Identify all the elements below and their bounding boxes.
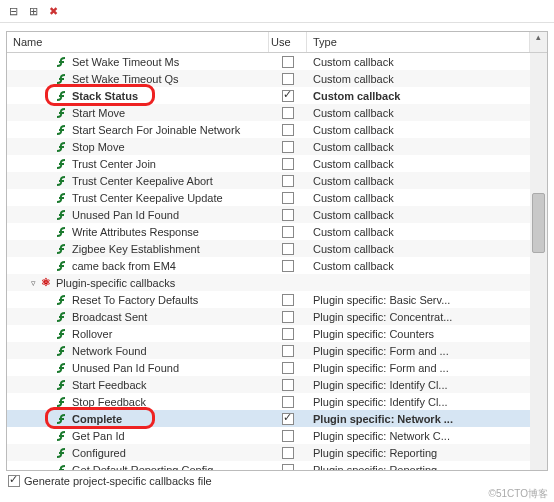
row-type: Plugin specific: Basic Serv... [307, 294, 529, 306]
table-row[interactable]: Stop MoveCustom callback [7, 138, 547, 155]
row-type: Plugin specific: Reporting [307, 464, 529, 471]
row-label: Write Attributes Response [72, 226, 199, 238]
collapse-all-button[interactable]: ⊟ [4, 2, 22, 20]
row-type: Plugin specific: Form and ... [307, 362, 529, 374]
remove-button[interactable]: ✖ [44, 2, 62, 20]
use-checkbox[interactable] [282, 141, 294, 153]
use-checkbox[interactable] [282, 345, 294, 357]
table-row[interactable]: Write Attributes ResponseCustom callback [7, 223, 547, 240]
row-label: Stop Feedback [72, 396, 146, 408]
table-row[interactable]: Stop FeedbackPlugin specific: Identify C… [7, 393, 547, 410]
use-checkbox[interactable] [282, 107, 294, 119]
function-icon [55, 310, 69, 324]
vertical-scrollbar[interactable] [530, 53, 547, 470]
table-row[interactable]: Stack StatusCustom callback [7, 87, 547, 104]
row-label: Get Default Reporting Config [72, 464, 213, 471]
table-row[interactable]: ConfiguredPlugin specific: Reporting [7, 444, 547, 461]
function-icon [55, 208, 69, 222]
table-row[interactable]: Trust Center JoinCustom callback [7, 155, 547, 172]
function-icon [55, 191, 69, 205]
use-checkbox[interactable] [282, 226, 294, 238]
watermark: ©51CTO博客 [489, 487, 548, 501]
table-row[interactable]: Unused Pan Id FoundPlugin specific: Form… [7, 359, 547, 376]
table-row[interactable]: RolloverPlugin specific: Counters [7, 325, 547, 342]
row-type: Custom callback [307, 73, 529, 85]
table-row[interactable]: Zigbee Key EstablishmentCustom callback [7, 240, 547, 257]
expand-all-button[interactable]: ⊞ [24, 2, 42, 20]
table-row[interactable]: Start FeedbackPlugin specific: Identify … [7, 376, 547, 393]
table-row[interactable]: Trust Center Keepalive AbortCustom callb… [7, 172, 547, 189]
table-row[interactable]: Set Wake Timeout QsCustom callback [7, 70, 547, 87]
header-scroll-gutter: ▴ [529, 32, 547, 52]
row-type: Custom callback [307, 226, 529, 238]
row-label: Broadcast Sent [72, 311, 147, 323]
table-row[interactable]: Broadcast SentPlugin specific: Concentra… [7, 308, 547, 325]
row-type: Custom callback [307, 243, 529, 255]
use-checkbox[interactable] [282, 413, 294, 425]
toolbar: ⊟ ⊞ ✖ [0, 0, 554, 23]
table-row[interactable]: Start Search For Joinable NetworkCustom … [7, 121, 547, 138]
table-row[interactable]: Set Wake Timeout MsCustom callback [7, 53, 547, 70]
use-checkbox[interactable] [282, 90, 294, 102]
row-type: Custom callback [307, 175, 529, 187]
row-label: Get Pan Id [72, 430, 125, 442]
function-icon [55, 259, 69, 273]
table-row[interactable]: Get Default Reporting ConfigPlugin speci… [7, 461, 547, 470]
expand-twisty-icon[interactable]: ▿ [27, 278, 39, 288]
use-checkbox[interactable] [282, 260, 294, 272]
function-icon [55, 174, 69, 188]
group-icon: ⚛ [39, 276, 53, 290]
row-label: Zigbee Key Establishment [72, 243, 200, 255]
use-checkbox[interactable] [282, 379, 294, 391]
use-checkbox[interactable] [282, 328, 294, 340]
table-row[interactable]: Start MoveCustom callback [7, 104, 547, 121]
use-checkbox[interactable] [282, 56, 294, 68]
use-checkbox[interactable] [282, 73, 294, 85]
row-type: Custom callback [307, 107, 529, 119]
use-checkbox[interactable] [282, 430, 294, 442]
column-header-name[interactable]: Name [7, 32, 269, 52]
use-checkbox[interactable] [282, 175, 294, 187]
table-row[interactable]: came back from EM4Custom callback [7, 257, 547, 274]
table-row[interactable]: Reset To Factory DefaultsPlugin specific… [7, 291, 547, 308]
use-checkbox[interactable] [282, 396, 294, 408]
row-type: Custom callback [307, 56, 529, 68]
use-checkbox[interactable] [282, 311, 294, 323]
column-header-type[interactable]: Type [307, 32, 529, 52]
row-label: Trust Center Keepalive Update [72, 192, 223, 204]
row-type: Custom callback [307, 141, 529, 153]
table-row[interactable]: CompletePlugin specific: Network ... [7, 410, 547, 427]
use-checkbox[interactable] [282, 464, 294, 471]
generate-callbacks-checkbox[interactable]: Generate project-specific callbacks file [0, 471, 554, 491]
row-type: Custom callback [307, 260, 529, 272]
use-checkbox[interactable] [282, 362, 294, 374]
function-icon [55, 89, 69, 103]
table-row[interactable]: Unused Pan Id FoundCustom callback [7, 206, 547, 223]
row-type: Custom callback [307, 209, 529, 221]
use-checkbox[interactable] [282, 192, 294, 204]
row-label: Start Feedback [72, 379, 147, 391]
table-row[interactable]: Get Pan IdPlugin specific: Network C... [7, 427, 547, 444]
row-label: Plugin-specific callbacks [56, 277, 175, 289]
row-label: Set Wake Timeout Qs [72, 73, 179, 85]
use-checkbox[interactable] [282, 294, 294, 306]
scrollbar-thumb[interactable] [532, 193, 545, 253]
use-checkbox[interactable] [282, 124, 294, 136]
callbacks-tree: Set Wake Timeout MsCustom callbackSet Wa… [7, 53, 547, 470]
table-row[interactable]: Network FoundPlugin specific: Form and .… [7, 342, 547, 359]
use-checkbox[interactable] [282, 158, 294, 170]
use-checkbox[interactable] [282, 447, 294, 459]
use-checkbox[interactable] [282, 209, 294, 221]
row-type: Custom callback [307, 192, 529, 204]
use-checkbox[interactable] [282, 243, 294, 255]
column-header-use[interactable]: Use [269, 32, 307, 52]
table-row[interactable]: Trust Center Keepalive UpdateCustom call… [7, 189, 547, 206]
table-row[interactable]: ▿⚛Plugin-specific callbacks [7, 274, 547, 291]
row-type: Plugin specific: Form and ... [307, 345, 529, 357]
row-type: Plugin specific: Identify Cl... [307, 396, 529, 408]
row-label: Trust Center Keepalive Abort [72, 175, 213, 187]
row-label: Complete [72, 413, 122, 425]
row-label: Reset To Factory Defaults [72, 294, 198, 306]
function-icon [55, 327, 69, 341]
row-label: Network Found [72, 345, 147, 357]
